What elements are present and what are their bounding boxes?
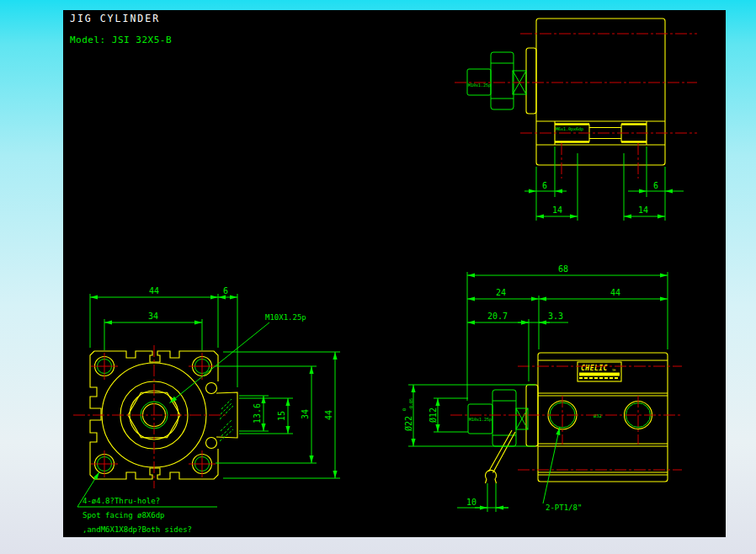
- dim-15-right: 15: [277, 411, 286, 421]
- note-line-1: 4-ø4.8?Thru-hole?: [83, 497, 160, 505]
- cad-drawing-canvas: JIG CYLINDER Model: JSI 32X5-B: [63, 10, 726, 537]
- front-view-notes: 4-ø4.8?Thru-hole? Spot facing ø8X6dp ,an…: [77, 472, 217, 534]
- dim-dia22-group: Ø22 0 -0.05: [402, 398, 413, 431]
- dim-dia22-tol-lower: -0.05: [408, 398, 413, 411]
- page-title: JIG CYLINDER: [70, 13, 160, 24]
- note-line-3: ,andM6X1X8dp?Both sides?: [83, 525, 192, 534]
- front-view-thread-callout: M10X1.25p: [170, 313, 306, 403]
- front-view: 44 6 34 13.6 15 34 44 M10X1.25p: [73, 286, 340, 534]
- brand-name: CHELIC: [581, 365, 608, 372]
- dim-44-top: 44: [149, 286, 159, 296]
- dim-44: 44: [610, 288, 620, 297]
- application-window: JIG CYLINDER Model: JSI 32X5-B: [0, 0, 756, 554]
- drawing-title-block: JIG CYLINDER Model: JSI 32X5-B: [70, 13, 172, 45]
- dim-14-right: 14: [638, 205, 648, 215]
- dim-68: 68: [558, 264, 568, 274]
- dim-dia12: Ø12: [429, 408, 438, 423]
- side-view-rod-assembly: [467, 52, 526, 109]
- model-label: Model: JSI 32X5-B: [70, 35, 172, 45]
- dim-10: 10: [466, 498, 476, 507]
- port-label: 2-PT1/8": [546, 503, 582, 512]
- dim-24: 24: [496, 288, 506, 297]
- brand-fine-print: [579, 377, 618, 379]
- side-view-body: [536, 19, 665, 165]
- dim-dia22-tol-upper: 0: [402, 408, 407, 411]
- dim-3-3: 3.3: [548, 312, 563, 321]
- dim-20-7: 20.7: [487, 312, 508, 321]
- note-line-2: Spot facing ø8X6dp: [83, 511, 165, 519]
- dim-14-left: 14: [552, 205, 562, 215]
- dim-dia22: Ø22: [404, 416, 413, 431]
- brand-tm: TM: [612, 369, 615, 372]
- brand-label: CHELIC TM: [578, 362, 621, 381]
- side-mount-thread-label: M6x1.0px6dp: [556, 126, 583, 132]
- dim-6-top: 6: [223, 286, 228, 296]
- bore-label: Ø32: [594, 413, 602, 418]
- side-view: M10x1.25p M6x1.0px6dp 6 6: [455, 19, 697, 221]
- dim-34-top: 34: [148, 312, 158, 321]
- dim-34-right: 34: [301, 409, 310, 419]
- side-rod-thread-label: M10x1.25p: [468, 83, 491, 88]
- wrench-icon: [486, 430, 516, 483]
- side-view-dimensions: 6 6 14 14: [524, 146, 684, 221]
- dim-6-left: 6: [542, 181, 547, 190]
- front-thread-label: M10X1.25p: [265, 313, 306, 322]
- side-view-rod-boss: [526, 48, 536, 114]
- dim-13-6-right: 13.6: [253, 403, 262, 423]
- section-view: CHELIC TM Ø32: [402, 264, 682, 512]
- section-rod-thread-label: M10x1.25p: [469, 417, 492, 423]
- dim-44-right: 44: [324, 410, 333, 420]
- dim-6-right: 6: [653, 181, 658, 190]
- cad-drawing: JIG CYLINDER Model: JSI 32X5-B: [63, 10, 726, 537]
